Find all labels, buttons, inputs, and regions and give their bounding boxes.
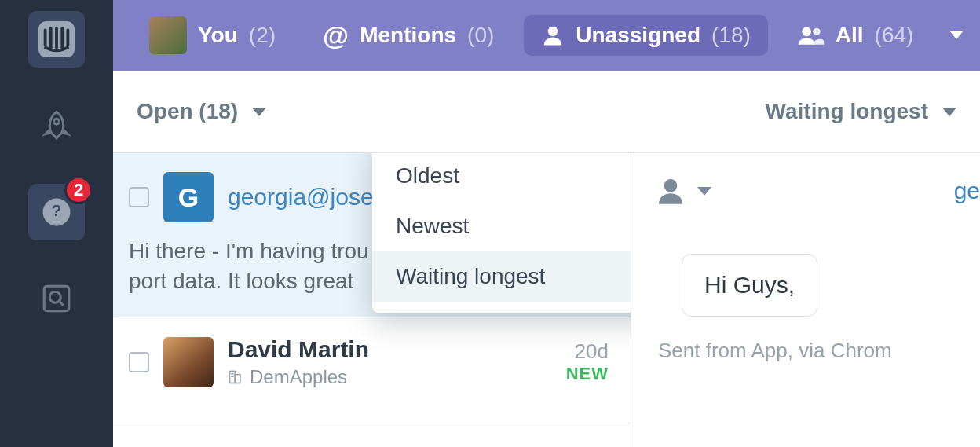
detail-contact-name[interactable]: ge: [954, 178, 980, 204]
status-filter[interactable]: Open (18): [137, 99, 266, 124]
row-sender: georgia@josep: [228, 184, 386, 211]
sort-option-newest[interactable]: Newest: [372, 201, 631, 251]
tab-count: (18): [711, 23, 751, 48]
tab-label: You: [198, 23, 238, 48]
row-company: DemApples: [228, 366, 369, 388]
tabs-more[interactable]: [943, 22, 970, 49]
tab-you[interactable]: You (2): [132, 9, 293, 62]
svg-point-17: [548, 27, 558, 37]
nav-rocket[interactable]: [28, 97, 85, 154]
tab-mentions[interactable]: @ Mentions (0): [305, 13, 511, 59]
tab-all[interactable]: All (64): [781, 15, 931, 56]
svg-rect-9: [60, 27, 64, 49]
sort-filter[interactable]: Waiting longest: [766, 99, 956, 124]
nav-search[interactable]: [28, 270, 85, 327]
tab-count: (64): [875, 23, 914, 48]
row-checkbox[interactable]: [129, 187, 149, 207]
tab-unassigned[interactable]: Unassigned (18): [524, 15, 768, 56]
svg-rect-7: [49, 27, 53, 49]
sort-option-oldest[interactable]: Oldest: [372, 153, 631, 201]
sort-option-waiting-longest[interactable]: Waiting longest: [372, 251, 631, 302]
svg-text:?: ?: [52, 201, 62, 219]
svg-rect-6: [44, 29, 47, 47]
people-icon: [798, 24, 825, 46]
svg-rect-14: [44, 286, 69, 311]
svg-point-15: [49, 291, 60, 302]
message-meta: Sent from App, via Chrom: [658, 339, 980, 363]
chevron-down-icon: [949, 31, 964, 39]
chevron-down-icon[interactable]: [697, 187, 711, 196]
at-icon: @: [323, 20, 349, 51]
sort-dropdown: Oldest Newest Waiting longest: [372, 153, 631, 313]
tab-count: (0): [467, 23, 494, 48]
svg-point-19: [813, 28, 820, 35]
nav-help[interactable]: ? 2: [28, 184, 85, 240]
inbox-tabs: You (2) @ Mentions (0) Unassigned (18) A…: [113, 0, 980, 71]
filter-bar: Open (18) Waiting longest: [113, 71, 980, 153]
row-meta: 20d NEW: [566, 339, 609, 384]
sort-label: Waiting longest: [766, 99, 928, 124]
new-badge: NEW: [566, 364, 609, 384]
chevron-down-icon: [942, 108, 956, 116]
svg-rect-21: [235, 374, 240, 383]
status-label: Open (18): [137, 99, 238, 124]
avatar: G: [163, 172, 214, 222]
svg-rect-8: [55, 27, 58, 49]
conversation-detail: ge Hi Guys, Sent from App, via Chrom: [631, 153, 980, 447]
nav-rail: ? 2: [0, 0, 113, 447]
avatar: [149, 16, 187, 54]
svg-point-11: [54, 119, 60, 124]
conversation-row[interactable]: David Martin DemApples 20d NEW: [113, 317, 631, 423]
tab-label: Mentions: [360, 23, 456, 48]
help-badge: 2: [64, 176, 93, 204]
svg-rect-10: [66, 29, 69, 47]
tab-label: All: [836, 23, 864, 48]
svg-point-24: [664, 179, 678, 192]
app-logo[interactable]: [28, 11, 85, 68]
company-icon: [228, 369, 243, 385]
conversation-list: G georgia@josep Hi there - I'm having tr…: [113, 153, 631, 447]
message-bubble: Hi Guys,: [682, 254, 817, 317]
svg-point-18: [802, 27, 811, 37]
assignee-icon[interactable]: [655, 175, 686, 207]
avatar: [163, 337, 214, 387]
row-checkbox[interactable]: [129, 352, 149, 372]
svg-line-16: [60, 302, 64, 306]
row-sender: David Martin: [228, 336, 369, 363]
tab-label: Unassigned: [576, 23, 700, 48]
tab-count: (2): [249, 23, 276, 48]
person-icon: [541, 24, 565, 47]
chevron-down-icon: [252, 108, 266, 116]
